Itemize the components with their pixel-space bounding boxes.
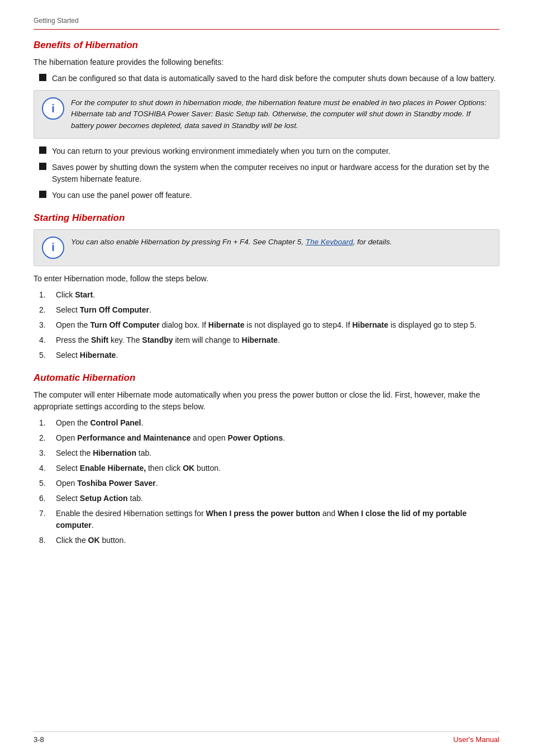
auto-step-1-bold: Control Panel bbox=[91, 418, 141, 427]
auto-step-5-text: Open Toshiba Power Saver. bbox=[56, 478, 158, 489]
info-box-benefits-text: For the computer to shut down in hiberna… bbox=[71, 97, 491, 131]
auto-step-4-text: Select Enable Hibernate, then click OK b… bbox=[56, 462, 221, 474]
auto-step-4-bold2: OK bbox=[183, 464, 194, 472]
auto-step-2: Open Performance and Maintenance and ope… bbox=[39, 432, 499, 444]
auto-step-2-text: Open Performance and Maintenance and ope… bbox=[56, 432, 285, 444]
info-box-starting-text: You can also enable Hibernation by press… bbox=[71, 237, 392, 248]
automatic-intro: The computer will enter Hibernate mode a… bbox=[34, 389, 499, 413]
benefits-bullet-list-1: Can be configured so that data is automa… bbox=[39, 73, 499, 84]
section-title-automatic: Automatic Hibernation bbox=[34, 372, 499, 384]
section-starting: Starting Hibernation i You can also enab… bbox=[34, 212, 499, 361]
auto-step-7-text: Enable the desired Hibernation settings … bbox=[56, 508, 499, 531]
page-container: Getting Started Benefits of Hibernation … bbox=[0, 0, 533, 756]
info-icon-starting: i bbox=[42, 237, 64, 259]
info-box-starting: i You can also enable Hibernation by pre… bbox=[34, 229, 499, 266]
auto-step-1-text: Open the Control Panel. bbox=[56, 417, 143, 429]
starting-step-2-text: Select Turn Off Computer. bbox=[56, 304, 151, 316]
bullet-text-2: You can return to your previous working … bbox=[52, 145, 391, 157]
bullet-text-1: Can be configured so that data is automa… bbox=[52, 73, 496, 84]
auto-step-6-bold: Setup Action bbox=[80, 494, 128, 503]
auto-step-4-bold1: Enable Hibernate, bbox=[80, 464, 146, 472]
starting-step-1-text: Click Start. bbox=[56, 289, 95, 301]
auto-step-6-text: Select Setup Action tab. bbox=[56, 493, 143, 504]
auto-step-5-bold: Toshiba Power Saver bbox=[77, 479, 156, 488]
auto-step-6: Select Setup Action tab. bbox=[39, 493, 499, 504]
page-footer: 3-8 User's Manual bbox=[34, 731, 499, 744]
footer-manual: User's Manual bbox=[453, 735, 499, 744]
starting-step-3-bold2: Hibernate bbox=[208, 320, 245, 329]
auto-step-5: Open Toshiba Power Saver. bbox=[39, 478, 499, 489]
auto-step-2-bold2: Power Options bbox=[227, 433, 283, 442]
auto-step-7: Enable the desired Hibernation settings … bbox=[39, 508, 499, 531]
auto-step-2-bold1: Performance and Maintenance bbox=[77, 433, 191, 442]
bullet-square-4 bbox=[39, 191, 46, 198]
starting-step-2: Select Turn Off Computer. bbox=[39, 304, 499, 316]
auto-step-8-bold: OK bbox=[88, 536, 100, 545]
info-starting-link[interactable]: The Keyboard bbox=[306, 238, 353, 246]
starting-step-1-bold: Start bbox=[75, 290, 93, 299]
auto-step-8: Click the OK button. bbox=[39, 535, 499, 546]
starting-step-3-bold1: Turn Off Computer bbox=[91, 320, 160, 329]
starting-step-4: Press the Shift key. The Standby item wi… bbox=[39, 334, 499, 346]
starting-step-3: Open the Turn Off Computer dialog box. I… bbox=[39, 319, 499, 331]
section-title-benefits: Benefits of Hibernation bbox=[34, 40, 499, 51]
bullet-item-3: Saves power by shutting down the system … bbox=[39, 162, 499, 185]
auto-step-3-text: Select the Hibernation tab. bbox=[56, 447, 151, 459]
info-box-benefits: i For the computer to shut down in hiber… bbox=[34, 90, 499, 139]
starting-step-4-bold2: Standby bbox=[142, 336, 173, 344]
starting-step-2-bold: Turn Off Computer bbox=[80, 305, 149, 314]
bullet-text-3: Saves power by shutting down the system … bbox=[52, 162, 499, 185]
starting-step-5-bold: Hibernate bbox=[80, 351, 116, 360]
benefits-bullet-list-2: You can return to your previous working … bbox=[39, 145, 499, 201]
info-icon-benefits: i bbox=[42, 97, 64, 120]
bullet-text-4: You can use the panel power off feature. bbox=[52, 190, 192, 201]
bullet-item-1: Can be configured so that data is automa… bbox=[39, 73, 499, 84]
starting-step-3-bold3: Hibernate bbox=[352, 320, 388, 329]
section-automatic: Automatic Hibernation The computer will … bbox=[34, 372, 499, 546]
starting-intro2: To enter Hibernation mode, follow the st… bbox=[34, 273, 499, 285]
starting-step-4-bold1: Shift bbox=[91, 336, 108, 344]
starting-step-5: Select Hibernate. bbox=[39, 349, 499, 361]
bullet-item-2: You can return to your previous working … bbox=[39, 145, 499, 157]
starting-step-4-text: Press the Shift key. The Standby item wi… bbox=[56, 334, 280, 346]
auto-step-3: Select the Hibernation tab. bbox=[39, 447, 499, 459]
auto-step-3-bold: Hibernation bbox=[93, 448, 136, 457]
benefits-intro: The hibernation feature provides the fol… bbox=[34, 56, 499, 68]
starting-step-5-text: Select Hibernate. bbox=[56, 349, 118, 361]
auto-step-1: Open the Control Panel. bbox=[39, 417, 499, 429]
automatic-steps-list: Open the Control Panel. Open Performance… bbox=[39, 417, 499, 546]
section-title-starting: Starting Hibernation bbox=[34, 212, 499, 224]
top-rule bbox=[34, 29, 499, 30]
info-starting-after: , for details. bbox=[353, 238, 392, 246]
auto-step-8-text: Click the OK button. bbox=[56, 535, 126, 546]
bullet-item-4: You can use the panel power off feature. bbox=[39, 190, 499, 201]
starting-step-4-bold3: Hibernate bbox=[242, 336, 278, 344]
starting-step-1: Click Start. bbox=[39, 289, 499, 301]
footer-page-number: 3-8 bbox=[34, 735, 44, 744]
auto-step-4: Select Enable Hibernate, then click OK b… bbox=[39, 462, 499, 474]
info-starting-before: You can also enable Hibernation by press… bbox=[71, 238, 306, 246]
auto-step-7-bold1: When I press the power button bbox=[206, 509, 321, 518]
breadcrumb: Getting Started bbox=[34, 17, 499, 25]
bullet-square-3 bbox=[39, 163, 46, 170]
starting-steps-list: Click Start. Select Turn Off Computer. O… bbox=[39, 289, 499, 361]
bullet-square-1 bbox=[39, 74, 46, 81]
bullet-square-2 bbox=[39, 147, 46, 154]
starting-step-3-text: Open the Turn Off Computer dialog box. I… bbox=[56, 319, 477, 331]
section-benefits: Benefits of Hibernation The hibernation … bbox=[34, 40, 499, 201]
